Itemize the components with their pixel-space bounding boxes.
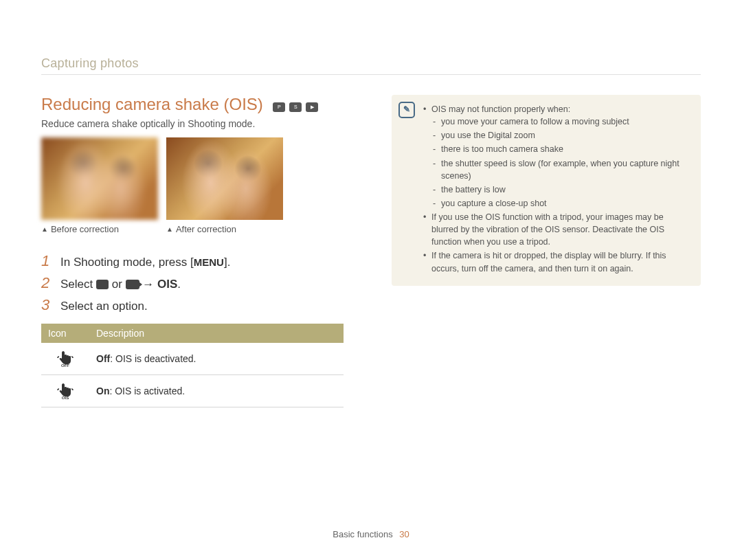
step-2-pre: Select <box>60 278 96 291</box>
footer-page: 30 <box>399 529 409 539</box>
note-bullet-2: If you use the OIS function with a tripo… <box>423 211 691 248</box>
step-1-pre: In Shooting mode, press [ <box>60 256 194 269</box>
video-mode-icon: ▶ <box>306 102 318 112</box>
note-sub-2: there is too much camera shake <box>433 143 691 155</box>
options-table: Icon Description OFF Off: OIS is deactiv… <box>41 324 344 407</box>
table-header: Icon Description <box>41 324 344 343</box>
note-sub-5: you capture a close-up shot <box>433 197 691 210</box>
step-2-mid: or <box>109 278 126 291</box>
svg-text:OIS: OIS <box>62 396 69 400</box>
page-subtitle: Reduce camera shake optically in Shootin… <box>41 118 357 129</box>
step-number: 3 <box>41 296 54 314</box>
note-intro: OIS may not function properly when: you … <box>423 103 691 210</box>
step-2-post: . <box>177 278 181 291</box>
step-2: 2 Select or → OIS. <box>41 274 357 292</box>
footer-section: Basic functions <box>333 529 392 539</box>
svg-text:OFF: OFF <box>61 363 69 368</box>
row-1-bold: On <box>96 385 109 396</box>
page-title: Reducing camera shake (OIS) <box>41 95 263 114</box>
scene-mode-icon: S <box>289 102 302 112</box>
ois-on-icon: OIS <box>56 382 74 400</box>
after-caption: ▲ After correction <box>166 224 283 234</box>
note-sub-1: you use the Digital zoom <box>433 129 691 142</box>
step-3-text: Select an option. <box>60 300 148 313</box>
divider <box>41 74 701 75</box>
step-number: 2 <box>41 274 54 292</box>
note-sub-3: the shutter speed is slow (for example, … <box>433 157 691 182</box>
info-icon: ✎ <box>398 102 415 118</box>
note-box: ✎ OIS may not function properly when: yo… <box>392 95 701 286</box>
before-caption-text: Before correction <box>51 224 119 234</box>
row-1-rest: : OIS is activated. <box>109 385 185 396</box>
step-3: 3 Select an option. <box>41 296 357 314</box>
before-photo <box>41 137 158 220</box>
breadcrumb: Capturing photos <box>41 56 139 71</box>
step-1-post: ]. <box>224 256 230 269</box>
program-mode-icon: P <box>273 102 285 112</box>
ois-off-icon: OFF <box>56 350 74 368</box>
title-mode-icons: P S ▶ <box>273 102 318 112</box>
camera-icon <box>96 280 109 289</box>
after-caption-text: After correction <box>176 224 236 234</box>
row-0-bold: Off <box>96 353 110 364</box>
table-row: OFF Off: OIS is deactivated. <box>41 343 344 375</box>
footer: Basic functions 30 <box>0 529 742 539</box>
menu-button-label: MENU <box>194 256 224 268</box>
note-bullet-3: If the camera is hit or dropped, the dis… <box>423 249 691 274</box>
step-1: 1 In Shooting mode, press [MENU]. <box>41 252 357 270</box>
triangle-up-icon: ▲ <box>41 225 48 233</box>
step-number: 1 <box>41 252 54 270</box>
note-sub-4: the battery is low <box>433 183 691 196</box>
triangle-up-icon: ▲ <box>166 225 173 233</box>
header-description: Description <box>89 324 344 343</box>
note-sub-0: you move your camera to follow a moving … <box>433 115 691 128</box>
header-icon: Icon <box>41 324 89 343</box>
note-intro-text: OIS may not function properly when: <box>431 104 570 114</box>
table-row: OIS On: OIS is activated. <box>41 375 344 407</box>
step-2-target: OIS <box>157 278 177 291</box>
before-caption: ▲ Before correction <box>41 224 158 234</box>
video-icon <box>126 280 139 289</box>
row-0-rest: : OIS is deactivated. <box>110 353 196 364</box>
after-photo <box>166 137 283 220</box>
